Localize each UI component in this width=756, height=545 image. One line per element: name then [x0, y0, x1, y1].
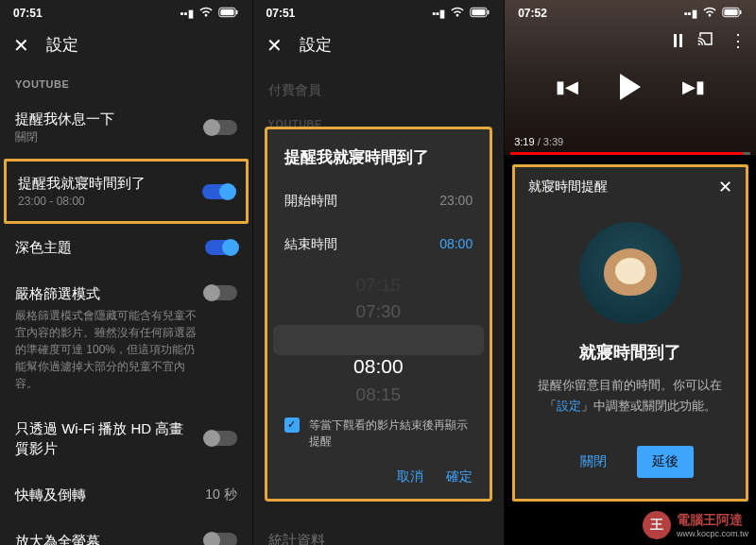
- watermark-brand: 電腦王阿達: [677, 512, 743, 527]
- section-youtube: YOUTUBE: [0, 69, 252, 95]
- wifi-icon: [198, 4, 215, 23]
- sloth-illustration: [579, 222, 681, 324]
- prev-track-icon[interactable]: ▮◀: [556, 77, 578, 97]
- alert-title: 就寢時間到了: [515, 341, 746, 364]
- status-icons: ▪▪▮: [432, 4, 490, 23]
- toggle-bedtime[interactable]: [202, 184, 234, 199]
- row-restricted-mode[interactable]: 嚴格篩選模式 嚴格篩選模式會隱藏可能含有兒童不宜內容的影片。雖然沒有任何篩選器的…: [0, 270, 252, 405]
- settings-header: ✕ 設定: [253, 26, 505, 69]
- signal-icon: ▪▪▮: [684, 8, 697, 20]
- row-title: 提醒我休息一下: [15, 109, 114, 128]
- modal-title: 提醒我就寢時間到了: [267, 129, 490, 179]
- row-title: 深色主題: [15, 237, 72, 257]
- battery-icon: [470, 7, 490, 20]
- ok-button[interactable]: 確定: [446, 468, 472, 485]
- status-time: 07:52: [518, 7, 547, 20]
- kebab-icon[interactable]: ⋮: [730, 30, 747, 51]
- start-label: 開始時間: [284, 193, 337, 210]
- modal-header: 就寢時間提醒 ✕: [515, 167, 746, 207]
- page-title: 設定: [46, 34, 78, 56]
- svg-rect-7: [724, 9, 737, 15]
- desc-text-b: 」中調整或關閉此功能。: [581, 399, 716, 413]
- panel-settings-list: 07:51 ▪▪▮ ✕ 設定 YOUTUBE 提醒我休息一下 關閉 提醒我就寢時…: [0, 0, 252, 545]
- battery-icon: [218, 7, 239, 20]
- cast-icon[interactable]: [697, 30, 714, 51]
- status-bar: 07:51 ▪▪▮: [253, 0, 505, 26]
- signal-icon: ▪▪▮: [432, 8, 445, 20]
- battery-icon: [722, 7, 743, 20]
- illustration-wrap: [515, 222, 746, 324]
- row-title: 提醒我就寢時間到了: [18, 173, 146, 193]
- wait-video-end-checkbox-row[interactable]: ✓ 等當下觀看的影片結束後再顯示提醒: [267, 404, 490, 457]
- bedtime-time-modal: 提醒我就寢時間到了 開始時間 23:00 結束時間 08:00 07:15 07…: [265, 127, 493, 502]
- modal-row-end-time[interactable]: 結束時間 08:00: [267, 223, 490, 266]
- close-icon[interactable]: ✕: [718, 179, 732, 196]
- watermark-url: www.kocpc.com.tw: [677, 529, 748, 538]
- time-picker-wheel[interactable]: 07:15 07:30 07:45 08:00 08:15 08:30 08:4…: [267, 272, 490, 404]
- row-stats-bg: 統計資料: [253, 517, 505, 545]
- row-wifi-hd[interactable]: 只透過 Wi-Fi 播放 HD 高畫質影片: [0, 405, 252, 471]
- svg-rect-4: [472, 9, 486, 15]
- bedtime-alert-modal: 就寢時間提醒 ✕ 就寢時間到了 提醒你留意目前的時間。你可以在「設定」中調整或關…: [512, 164, 748, 502]
- row-bedtime-reminder[interactable]: 提醒我就寢時間到了 23:00 - 08:00: [7, 162, 246, 221]
- highlight-bedtime-row: 提醒我就寢時間到了 23:00 - 08:00: [4, 159, 249, 224]
- paid-member-label: 付費會員: [253, 69, 505, 109]
- close-icon[interactable]: ✕: [266, 36, 283, 55]
- playback-controls: ▮◀ ▶▮: [505, 74, 756, 100]
- close-icon[interactable]: ✕: [13, 36, 29, 55]
- toggle-fullscreen[interactable]: [205, 533, 237, 545]
- dismiss-button[interactable]: 關閉: [567, 446, 620, 478]
- alert-description: 提醒你留意目前的時間。你可以在「設定」中調整或關閉此功能。: [515, 375, 746, 417]
- wifi-icon: [449, 4, 466, 23]
- row-sub: 23:00 - 08:00: [18, 193, 146, 210]
- video-top-controls: ⋮: [674, 30, 747, 51]
- wheel-item[interactable]: 07:30: [267, 298, 490, 325]
- modal-header-title: 就寢時間提醒: [528, 179, 608, 196]
- row-seek[interactable]: 快轉及倒轉 10 秒: [0, 471, 252, 518]
- wheel-item[interactable]: 07:15: [267, 272, 490, 298]
- status-icons: ▪▪▮: [684, 4, 743, 23]
- wheel-item-selected[interactable]: 08:00: [267, 351, 490, 382]
- row-title: 嚴格篩選模式: [15, 283, 100, 303]
- row-remind-break[interactable]: 提醒我休息一下 關閉: [0, 95, 252, 159]
- settings-link[interactable]: 設定: [557, 399, 581, 413]
- status-time: 07:51: [13, 7, 43, 20]
- row-dark-theme[interactable]: 深色主題: [0, 224, 252, 270]
- video-position: 3:19: [514, 136, 534, 147]
- snooze-button[interactable]: 延後: [637, 446, 694, 478]
- modal-row-start-time[interactable]: 開始時間 23:00: [267, 179, 490, 223]
- toggle-remind-break[interactable]: [205, 120, 237, 135]
- wifi-icon: [701, 4, 718, 23]
- toggle-restricted[interactable]: [205, 285, 237, 300]
- panel-bedtime-modal: 07:51 ▪▪▮ ✕ 設定 付費會員 YOUTUBE 一律將影片畫面放大到填滿…: [252, 0, 505, 545]
- toggle-wifi-hd[interactable]: [205, 431, 237, 446]
- svg-rect-1: [220, 9, 233, 15]
- row-title: 放大為全螢幕: [15, 531, 100, 545]
- cancel-button[interactable]: 取消: [397, 468, 423, 485]
- watermark: 王 電腦王阿達 www.kocpc.com.tw: [643, 511, 748, 539]
- progress-fill: [510, 152, 743, 155]
- row-title: 只透過 Wi-Fi 播放 HD 高畫質影片: [15, 418, 196, 458]
- pause-icon[interactable]: [674, 34, 682, 47]
- watermark-logo-icon: 王: [643, 511, 671, 539]
- progress-bar[interactable]: [510, 152, 750, 155]
- row-fullscreen-zoom[interactable]: 放大為全螢幕 一律將影片畫面放大到填滿全螢幕: [0, 518, 252, 545]
- toggle-dark[interactable]: [205, 240, 237, 255]
- row-title: 快轉及倒轉: [15, 485, 86, 504]
- wheel-item[interactable]: 08:15: [267, 382, 490, 404]
- video-time: 3:19 / 3:39: [514, 136, 563, 147]
- alert-actions: 關閉 延後: [515, 429, 746, 499]
- end-value: 08:00: [439, 236, 472, 253]
- modal-actions: 取消 確定: [267, 457, 490, 499]
- status-time: 07:51: [266, 7, 296, 20]
- svg-rect-2: [235, 10, 237, 15]
- status-bar: 07:52 ▪▪▮: [505, 0, 756, 26]
- start-value: 23:00: [439, 193, 472, 210]
- status-bar: 07:51 ▪▪▮: [0, 0, 252, 26]
- play-icon[interactable]: [620, 74, 641, 100]
- end-label: 結束時間: [284, 236, 337, 253]
- checkbox-icon[interactable]: ✓: [284, 417, 300, 433]
- next-track-icon[interactable]: ▶▮: [682, 77, 705, 97]
- status-icons: ▪▪▮: [180, 4, 239, 23]
- checkbox-label: 等當下觀看的影片結束後再顯示提醒: [309, 417, 473, 450]
